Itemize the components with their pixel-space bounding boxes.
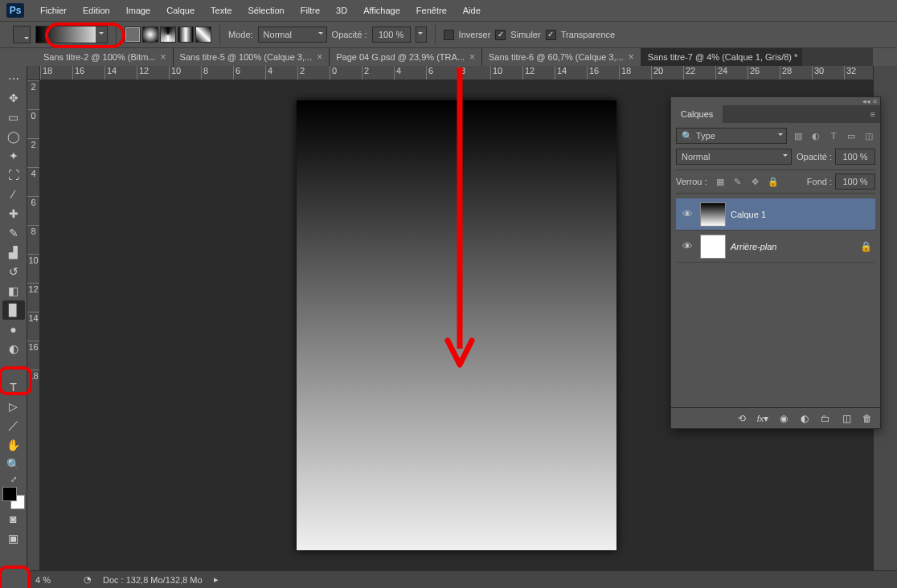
- menu-window[interactable]: Fenêtre: [408, 0, 455, 21]
- lock-transparent-icon[interactable]: ▦: [714, 175, 727, 188]
- foreground-color[interactable]: [2, 487, 17, 501]
- link-layers-icon[interactable]: ⟲: [735, 413, 748, 424]
- vertical-ruler[interactable]: 2024681012141618: [27, 80, 40, 570]
- quickmask-tool[interactable]: ◙: [2, 509, 25, 529]
- blend-mode-select[interactable]: Normal: [258, 27, 327, 43]
- horizontal-ruler[interactable]: 1816141210864202468101214161820222426283…: [40, 66, 873, 80]
- move-tool[interactable]: ✥: [2, 88, 25, 108]
- fill-input[interactable]: 100 %: [835, 174, 875, 190]
- transparency-label: Transparence: [561, 30, 615, 39]
- path-select-tool[interactable]: ▷: [2, 397, 25, 416]
- visibility-icon[interactable]: 👁: [679, 240, 695, 252]
- tool-preset-picker[interactable]: [13, 26, 31, 43]
- gradient-reflected-button[interactable]: [178, 27, 194, 43]
- group-icon[interactable]: 🗀: [819, 413, 832, 424]
- lock-pixels-icon[interactable]: ✎: [731, 175, 744, 188]
- doc-info-dropdown-icon[interactable]: ▸: [214, 574, 219, 585]
- document-tab[interactable]: Sans titre-2 @ 100% (Bitm...×: [37, 48, 174, 66]
- new-layer-icon[interactable]: ◫: [840, 413, 853, 424]
- tab-handle-icon[interactable]: ⋯: [2, 69, 25, 88]
- color-swatches[interactable]: [2, 487, 25, 509]
- layer-opacity-input[interactable]: 100 %: [835, 149, 875, 165]
- close-icon[interactable]: ×: [161, 51, 166, 63]
- blur-tool[interactable]: ●: [2, 320, 25, 339]
- document-tab-active[interactable]: Sans titre-7 @ 4% (Calque 1, Gris/8) *×: [641, 48, 802, 66]
- pen-tool[interactable]: ✒: [2, 358, 25, 378]
- document-tab[interactable]: Sans titre-5 @ 100% (Calque 3,...×: [174, 48, 330, 66]
- mode-label: Mode:: [228, 30, 253, 39]
- brush-tool[interactable]: ✎: [2, 223, 25, 243]
- shape-tool[interactable]: ／: [2, 416, 25, 435]
- zoom-level[interactable]: 4 %: [35, 575, 72, 585]
- gradient-radial-button[interactable]: [142, 27, 158, 43]
- layer-row[interactable]: 👁 Calque 1: [676, 198, 875, 231]
- menu-edit[interactable]: Edition: [75, 0, 118, 21]
- menu-select[interactable]: Sélection: [240, 0, 292, 21]
- type-tool[interactable]: T: [2, 378, 25, 397]
- layer-thumbnail[interactable]: [700, 235, 726, 259]
- zoom-tool[interactable]: 🔍: [2, 455, 25, 474]
- document-tab[interactable]: Page 04 G.psd @ 23,9% (TRA...×: [330, 48, 482, 66]
- layer-name[interactable]: Arrière-plan: [731, 242, 855, 251]
- trash-icon[interactable]: 🗑: [861, 413, 874, 424]
- layer-row[interactable]: 👁 Arrière-plan 🔒: [676, 231, 875, 263]
- gradient-tool[interactable]: ▉: [2, 300, 25, 320]
- marquee-tool[interactable]: ▭: [2, 108, 25, 127]
- layer-blend-select[interactable]: Normal: [676, 149, 792, 165]
- document-tab[interactable]: Sans titre-6 @ 60,7% (Calque 3,...×: [482, 48, 641, 66]
- layers-tab[interactable]: Calques: [671, 105, 723, 123]
- opacity-scrubber[interactable]: [416, 27, 427, 43]
- panel-collapse-icon[interactable]: ◂◂ ≡: [671, 97, 880, 105]
- menu-image[interactable]: Image: [118, 0, 159, 21]
- magic-wand-tool[interactable]: ✦: [2, 146, 25, 165]
- gradient-linear-button[interactable]: [125, 27, 141, 43]
- reverse-checkbox[interactable]: Inverser: [444, 30, 491, 40]
- close-icon[interactable]: ×: [469, 51, 475, 63]
- visibility-icon[interactable]: 👁: [679, 208, 695, 220]
- transparency-checkbox[interactable]: Transparence: [546, 30, 615, 40]
- lasso-tool[interactable]: ◯: [2, 127, 25, 146]
- gradient-angle-button[interactable]: [160, 27, 176, 43]
- menu-view[interactable]: Affichage: [355, 0, 408, 21]
- swap-colors-icon[interactable]: ⤢: [2, 474, 25, 484]
- layer-filter-select[interactable]: 🔍 Type: [676, 128, 787, 144]
- menu-3d[interactable]: 3D: [328, 0, 355, 21]
- mask-icon[interactable]: ◉: [777, 413, 790, 424]
- screenmode-tool[interactable]: ▣: [2, 529, 25, 548]
- filter-pixel-icon[interactable]: ▧: [792, 129, 805, 142]
- hand-tool[interactable]: ✋: [2, 435, 25, 455]
- doc-info[interactable]: Doc : 132,8 Mo/132,8 Mo: [103, 575, 203, 585]
- menu-file[interactable]: Fichier: [32, 0, 75, 21]
- history-brush-tool[interactable]: ↺: [2, 262, 25, 281]
- eraser-tool[interactable]: ◧: [2, 281, 25, 300]
- close-icon[interactable]: ×: [317, 51, 322, 63]
- filter-adjust-icon[interactable]: ◐: [809, 129, 822, 142]
- gradient-diamond-button[interactable]: [195, 27, 211, 43]
- menu-help[interactable]: Aide: [455, 0, 489, 21]
- filter-smart-icon[interactable]: ◫: [862, 129, 875, 142]
- stamp-tool[interactable]: ▟: [2, 243, 25, 262]
- layer-name[interactable]: Calque 1: [731, 210, 872, 219]
- healing-tool[interactable]: ✚: [2, 204, 25, 223]
- menu-filter[interactable]: Filtre: [293, 0, 328, 21]
- gradient-picker[interactable]: [35, 26, 108, 43]
- adjustment-icon[interactable]: ◐: [798, 413, 811, 424]
- status-preview-icon[interactable]: ◔: [84, 574, 92, 585]
- document-canvas[interactable]: [297, 100, 616, 550]
- filter-type-icon[interactable]: T: [827, 129, 840, 142]
- menu-layer[interactable]: Calque: [158, 0, 203, 21]
- gradient-picker-dropdown-icon[interactable]: [96, 27, 107, 43]
- panel-menu-icon[interactable]: ≡: [866, 109, 880, 119]
- lock-position-icon[interactable]: ✥: [749, 175, 762, 188]
- crop-tool[interactable]: ⛶: [2, 165, 25, 185]
- menu-text[interactable]: Texte: [203, 0, 240, 21]
- filter-shape-icon[interactable]: ▭: [845, 129, 858, 142]
- fx-icon[interactable]: fx▾: [756, 413, 769, 424]
- dodge-tool[interactable]: ◐: [2, 339, 25, 358]
- lock-all-icon[interactable]: 🔒: [767, 175, 780, 188]
- dither-checkbox[interactable]: Simuler: [495, 30, 540, 40]
- opacity-input[interactable]: 100 %: [372, 27, 411, 43]
- layer-thumbnail[interactable]: [700, 202, 726, 227]
- close-icon[interactable]: ×: [629, 51, 634, 63]
- eyedropper-tool[interactable]: ⁄: [2, 185, 25, 204]
